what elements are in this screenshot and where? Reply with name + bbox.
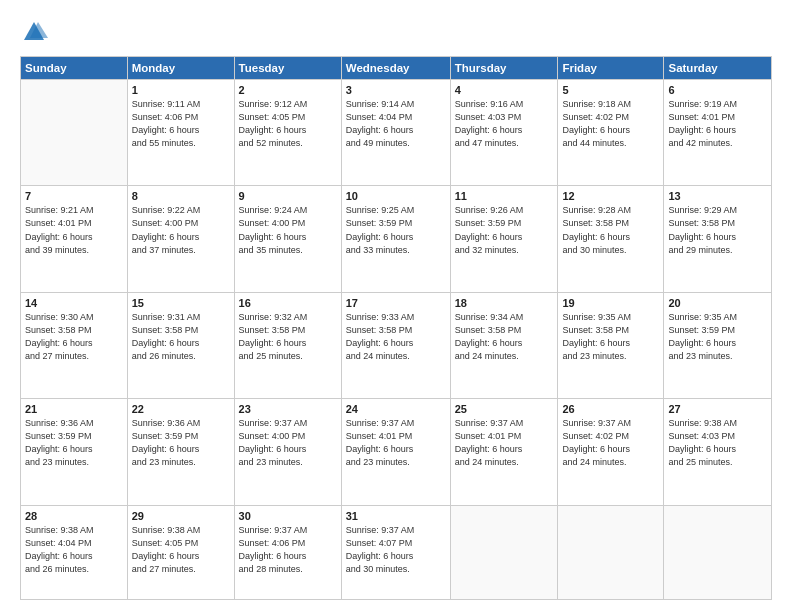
day-number: 9: [239, 190, 337, 202]
calendar-cell: 10Sunrise: 9:25 AMSunset: 3:59 PMDayligh…: [341, 186, 450, 292]
calendar-header-friday: Friday: [558, 57, 664, 80]
day-number: 1: [132, 84, 230, 96]
day-info: Sunrise: 9:37 AMSunset: 4:07 PMDaylight:…: [346, 524, 446, 576]
calendar-cell: 21Sunrise: 9:36 AMSunset: 3:59 PMDayligh…: [21, 399, 128, 505]
day-number: 14: [25, 297, 123, 309]
calendar-header-tuesday: Tuesday: [234, 57, 341, 80]
day-info: Sunrise: 9:35 AMSunset: 3:59 PMDaylight:…: [668, 311, 767, 363]
day-info: Sunrise: 9:11 AMSunset: 4:06 PMDaylight:…: [132, 98, 230, 150]
day-info: Sunrise: 9:25 AMSunset: 3:59 PMDaylight:…: [346, 204, 446, 256]
calendar-cell: 31Sunrise: 9:37 AMSunset: 4:07 PMDayligh…: [341, 505, 450, 599]
day-info: Sunrise: 9:12 AMSunset: 4:05 PMDaylight:…: [239, 98, 337, 150]
day-info: Sunrise: 9:37 AMSunset: 4:06 PMDaylight:…: [239, 524, 337, 576]
calendar-cell: 5Sunrise: 9:18 AMSunset: 4:02 PMDaylight…: [558, 80, 664, 186]
day-info: Sunrise: 9:37 AMSunset: 4:00 PMDaylight:…: [239, 417, 337, 469]
calendar-cell: [664, 505, 772, 599]
calendar-cell: 18Sunrise: 9:34 AMSunset: 3:58 PMDayligh…: [450, 292, 558, 398]
calendar-cell: 11Sunrise: 9:26 AMSunset: 3:59 PMDayligh…: [450, 186, 558, 292]
day-info: Sunrise: 9:37 AMSunset: 4:01 PMDaylight:…: [455, 417, 554, 469]
day-info: Sunrise: 9:28 AMSunset: 3:58 PMDaylight:…: [562, 204, 659, 256]
day-number: 10: [346, 190, 446, 202]
calendar-cell: 4Sunrise: 9:16 AMSunset: 4:03 PMDaylight…: [450, 80, 558, 186]
day-info: Sunrise: 9:16 AMSunset: 4:03 PMDaylight:…: [455, 98, 554, 150]
calendar-cell: [558, 505, 664, 599]
calendar-cell: 25Sunrise: 9:37 AMSunset: 4:01 PMDayligh…: [450, 399, 558, 505]
day-number: 19: [562, 297, 659, 309]
calendar-week-5: 28Sunrise: 9:38 AMSunset: 4:04 PMDayligh…: [21, 505, 772, 599]
day-info: Sunrise: 9:26 AMSunset: 3:59 PMDaylight:…: [455, 204, 554, 256]
calendar-cell: [450, 505, 558, 599]
day-info: Sunrise: 9:38 AMSunset: 4:03 PMDaylight:…: [668, 417, 767, 469]
day-number: 7: [25, 190, 123, 202]
day-info: Sunrise: 9:33 AMSunset: 3:58 PMDaylight:…: [346, 311, 446, 363]
day-info: Sunrise: 9:37 AMSunset: 4:01 PMDaylight:…: [346, 417, 446, 469]
calendar-header-sunday: Sunday: [21, 57, 128, 80]
day-number: 17: [346, 297, 446, 309]
calendar-week-3: 14Sunrise: 9:30 AMSunset: 3:58 PMDayligh…: [21, 292, 772, 398]
calendar-cell: 1Sunrise: 9:11 AMSunset: 4:06 PMDaylight…: [127, 80, 234, 186]
calendar-cell: 23Sunrise: 9:37 AMSunset: 4:00 PMDayligh…: [234, 399, 341, 505]
calendar-cell: 15Sunrise: 9:31 AMSunset: 3:58 PMDayligh…: [127, 292, 234, 398]
day-number: 13: [668, 190, 767, 202]
day-number: 5: [562, 84, 659, 96]
day-number: 31: [346, 510, 446, 522]
calendar-cell: 29Sunrise: 9:38 AMSunset: 4:05 PMDayligh…: [127, 505, 234, 599]
calendar-cell: 30Sunrise: 9:37 AMSunset: 4:06 PMDayligh…: [234, 505, 341, 599]
day-number: 28: [25, 510, 123, 522]
calendar-header-row: SundayMondayTuesdayWednesdayThursdayFrid…: [21, 57, 772, 80]
day-info: Sunrise: 9:38 AMSunset: 4:04 PMDaylight:…: [25, 524, 123, 576]
calendar-cell: 27Sunrise: 9:38 AMSunset: 4:03 PMDayligh…: [664, 399, 772, 505]
day-info: Sunrise: 9:19 AMSunset: 4:01 PMDaylight:…: [668, 98, 767, 150]
header: [20, 18, 772, 46]
day-info: Sunrise: 9:14 AMSunset: 4:04 PMDaylight:…: [346, 98, 446, 150]
calendar-week-2: 7Sunrise: 9:21 AMSunset: 4:01 PMDaylight…: [21, 186, 772, 292]
day-info: Sunrise: 9:24 AMSunset: 4:00 PMDaylight:…: [239, 204, 337, 256]
calendar-cell: 16Sunrise: 9:32 AMSunset: 3:58 PMDayligh…: [234, 292, 341, 398]
day-info: Sunrise: 9:36 AMSunset: 3:59 PMDaylight:…: [132, 417, 230, 469]
day-number: 29: [132, 510, 230, 522]
logo: [20, 18, 52, 46]
day-info: Sunrise: 9:32 AMSunset: 3:58 PMDaylight:…: [239, 311, 337, 363]
day-number: 12: [562, 190, 659, 202]
day-number: 6: [668, 84, 767, 96]
day-number: 18: [455, 297, 554, 309]
calendar-cell: 13Sunrise: 9:29 AMSunset: 3:58 PMDayligh…: [664, 186, 772, 292]
calendar-cell: 17Sunrise: 9:33 AMSunset: 3:58 PMDayligh…: [341, 292, 450, 398]
calendar-cell: 19Sunrise: 9:35 AMSunset: 3:58 PMDayligh…: [558, 292, 664, 398]
day-number: 4: [455, 84, 554, 96]
calendar-cell: 9Sunrise: 9:24 AMSunset: 4:00 PMDaylight…: [234, 186, 341, 292]
calendar-cell: 2Sunrise: 9:12 AMSunset: 4:05 PMDaylight…: [234, 80, 341, 186]
day-info: Sunrise: 9:35 AMSunset: 3:58 PMDaylight:…: [562, 311, 659, 363]
day-number: 26: [562, 403, 659, 415]
day-number: 8: [132, 190, 230, 202]
day-info: Sunrise: 9:22 AMSunset: 4:00 PMDaylight:…: [132, 204, 230, 256]
day-info: Sunrise: 9:29 AMSunset: 3:58 PMDaylight:…: [668, 204, 767, 256]
day-info: Sunrise: 9:21 AMSunset: 4:01 PMDaylight:…: [25, 204, 123, 256]
day-info: Sunrise: 9:38 AMSunset: 4:05 PMDaylight:…: [132, 524, 230, 576]
calendar-cell: 22Sunrise: 9:36 AMSunset: 3:59 PMDayligh…: [127, 399, 234, 505]
day-number: 25: [455, 403, 554, 415]
day-info: Sunrise: 9:31 AMSunset: 3:58 PMDaylight:…: [132, 311, 230, 363]
day-info: Sunrise: 9:30 AMSunset: 3:58 PMDaylight:…: [25, 311, 123, 363]
calendar-header-monday: Monday: [127, 57, 234, 80]
day-number: 16: [239, 297, 337, 309]
calendar-cell: 20Sunrise: 9:35 AMSunset: 3:59 PMDayligh…: [664, 292, 772, 398]
calendar-cell: 3Sunrise: 9:14 AMSunset: 4:04 PMDaylight…: [341, 80, 450, 186]
day-info: Sunrise: 9:36 AMSunset: 3:59 PMDaylight:…: [25, 417, 123, 469]
logo-icon: [20, 18, 48, 46]
day-info: Sunrise: 9:37 AMSunset: 4:02 PMDaylight:…: [562, 417, 659, 469]
calendar-cell: 7Sunrise: 9:21 AMSunset: 4:01 PMDaylight…: [21, 186, 128, 292]
day-number: 15: [132, 297, 230, 309]
calendar-cell: 24Sunrise: 9:37 AMSunset: 4:01 PMDayligh…: [341, 399, 450, 505]
day-number: 23: [239, 403, 337, 415]
calendar-header-thursday: Thursday: [450, 57, 558, 80]
day-number: 22: [132, 403, 230, 415]
calendar-table: SundayMondayTuesdayWednesdayThursdayFrid…: [20, 56, 772, 600]
calendar-cell: 6Sunrise: 9:19 AMSunset: 4:01 PMDaylight…: [664, 80, 772, 186]
day-number: 2: [239, 84, 337, 96]
calendar-cell: [21, 80, 128, 186]
page: SundayMondayTuesdayWednesdayThursdayFrid…: [0, 0, 792, 612]
day-number: 11: [455, 190, 554, 202]
calendar-cell: 26Sunrise: 9:37 AMSunset: 4:02 PMDayligh…: [558, 399, 664, 505]
calendar-cell: 28Sunrise: 9:38 AMSunset: 4:04 PMDayligh…: [21, 505, 128, 599]
